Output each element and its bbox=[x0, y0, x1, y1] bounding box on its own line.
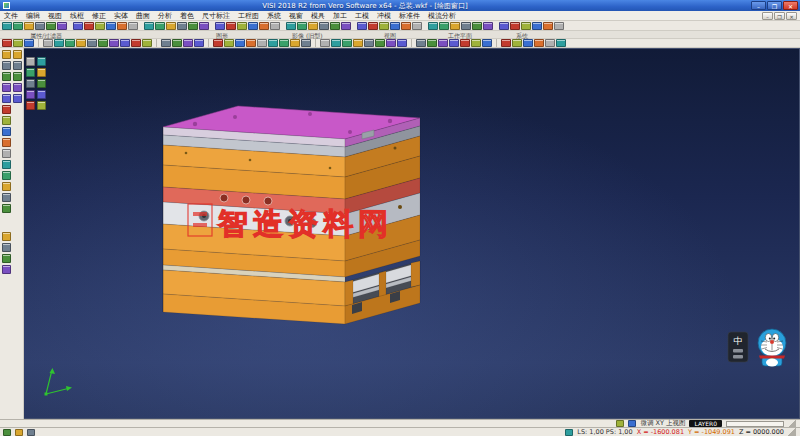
tool-icon[interactable] bbox=[556, 39, 566, 47]
tool-icon[interactable] bbox=[65, 39, 75, 47]
tool-icon[interactable] bbox=[13, 50, 22, 59]
menu-item[interactable]: 视图 bbox=[44, 11, 66, 21]
tool-icon[interactable] bbox=[87, 39, 97, 47]
tool-icon[interactable] bbox=[13, 22, 23, 30]
tool-icon[interactable] bbox=[286, 22, 296, 30]
view-plane-icon[interactable] bbox=[628, 420, 636, 427]
tool-icon[interactable] bbox=[2, 254, 11, 263]
tool-icon[interactable] bbox=[331, 39, 341, 47]
ortho-toggle-icon[interactable] bbox=[27, 429, 35, 436]
tool-icon[interactable] bbox=[427, 39, 437, 47]
tool-icon[interactable] bbox=[26, 90, 35, 99]
resize-grip[interactable] bbox=[788, 428, 796, 436]
doc-minimize-button[interactable]: – bbox=[762, 12, 773, 20]
tool-icon[interactable] bbox=[161, 39, 171, 47]
tool-icon[interactable] bbox=[2, 83, 11, 92]
tool-icon[interactable] bbox=[120, 39, 130, 47]
tool-icon[interactable] bbox=[248, 22, 258, 30]
tool-icon[interactable] bbox=[106, 22, 116, 30]
menu-item[interactable]: 视窗 bbox=[285, 11, 307, 21]
tool-icon[interactable] bbox=[397, 39, 407, 47]
tool-icon[interactable] bbox=[499, 22, 509, 30]
tool-icon[interactable] bbox=[2, 265, 11, 274]
tool-icon[interactable] bbox=[2, 204, 11, 213]
tool-icon[interactable] bbox=[26, 57, 35, 66]
tool-icon[interactable] bbox=[188, 22, 198, 30]
menu-item[interactable]: 文件 bbox=[0, 11, 22, 21]
tool-icon[interactable] bbox=[2, 105, 11, 114]
tool-icon[interactable] bbox=[2, 116, 11, 125]
tool-icon[interactable] bbox=[37, 79, 46, 88]
tool-icon[interactable] bbox=[95, 22, 105, 30]
menu-item[interactable]: 曲面 bbox=[132, 11, 154, 21]
tool-icon[interactable] bbox=[471, 39, 481, 47]
tool-icon[interactable] bbox=[183, 39, 193, 47]
tool-icon[interactable] bbox=[215, 22, 225, 30]
grid-toggle-icon[interactable] bbox=[15, 429, 23, 436]
tool-icon[interactable] bbox=[37, 57, 46, 66]
menu-item[interactable]: 工程图 bbox=[234, 11, 263, 21]
tool-icon[interactable] bbox=[2, 39, 12, 47]
tool-icon[interactable] bbox=[439, 22, 449, 30]
tool-icon[interactable] bbox=[438, 39, 448, 47]
tool-icon[interactable] bbox=[428, 22, 438, 30]
tool-icon[interactable] bbox=[246, 39, 256, 47]
tool-icon[interactable] bbox=[319, 22, 329, 30]
tool-icon[interactable] bbox=[2, 50, 11, 59]
doc-close-button[interactable]: ✕ bbox=[786, 12, 797, 20]
tool-icon[interactable] bbox=[379, 22, 389, 30]
snap-toggle-icon[interactable] bbox=[3, 429, 11, 436]
tool-icon[interactable] bbox=[364, 39, 374, 47]
tool-icon[interactable] bbox=[2, 243, 11, 252]
viewport[interactable]: 智造资料网 中 bbox=[24, 48, 800, 419]
tool-icon[interactable] bbox=[166, 22, 176, 30]
tool-icon[interactable] bbox=[270, 22, 280, 30]
tool-icon[interactable] bbox=[510, 22, 520, 30]
tool-icon[interactable] bbox=[2, 138, 11, 147]
tool-icon[interactable] bbox=[482, 39, 492, 47]
tool-icon[interactable] bbox=[259, 22, 269, 30]
tool-icon[interactable] bbox=[2, 72, 11, 81]
tool-icon[interactable] bbox=[235, 39, 245, 47]
tool-icon[interactable] bbox=[2, 94, 11, 103]
tool-icon[interactable] bbox=[342, 39, 352, 47]
menu-item[interactable]: 模具 bbox=[307, 11, 329, 21]
tool-icon[interactable] bbox=[390, 22, 400, 30]
tool-icon[interactable] bbox=[2, 193, 11, 202]
tool-icon[interactable] bbox=[26, 68, 35, 77]
tool-icon[interactable] bbox=[46, 22, 56, 30]
tool-icon[interactable] bbox=[416, 39, 426, 47]
tool-icon[interactable] bbox=[472, 22, 482, 30]
menu-item[interactable]: 分析 bbox=[154, 11, 176, 21]
tool-icon[interactable] bbox=[194, 39, 204, 47]
tool-icon[interactable] bbox=[357, 22, 367, 30]
tool-icon[interactable] bbox=[37, 90, 46, 99]
tool-icon[interactable] bbox=[257, 39, 267, 47]
tool-icon[interactable] bbox=[13, 39, 23, 47]
tool-icon[interactable] bbox=[279, 39, 289, 47]
tool-icon[interactable] bbox=[545, 39, 555, 47]
maximize-button[interactable]: ❐ bbox=[767, 1, 782, 10]
tool-icon[interactable] bbox=[450, 22, 460, 30]
menu-item[interactable]: 系统 bbox=[263, 11, 285, 21]
tool-icon[interactable] bbox=[26, 79, 35, 88]
tool-icon[interactable] bbox=[13, 94, 22, 103]
menu-item[interactable]: 实体 bbox=[110, 11, 132, 21]
tool-icon[interactable] bbox=[2, 182, 11, 191]
tool-icon[interactable] bbox=[144, 22, 154, 30]
tool-icon[interactable] bbox=[2, 22, 12, 30]
tool-icon[interactable] bbox=[2, 160, 11, 169]
tool-icon[interactable] bbox=[84, 22, 94, 30]
tool-icon[interactable] bbox=[98, 39, 108, 47]
active-layer-badge[interactable]: LAYER0 bbox=[689, 420, 722, 427]
tool-icon[interactable] bbox=[131, 39, 141, 47]
tool-icon[interactable] bbox=[35, 22, 45, 30]
tool-icon[interactable] bbox=[37, 68, 46, 77]
tool-icon[interactable] bbox=[57, 22, 67, 30]
tool-icon[interactable] bbox=[501, 39, 511, 47]
tool-icon[interactable] bbox=[128, 22, 138, 30]
tool-icon[interactable] bbox=[483, 22, 493, 30]
tool-icon[interactable] bbox=[226, 22, 236, 30]
tool-icon[interactable] bbox=[172, 39, 182, 47]
tool-icon[interactable] bbox=[155, 22, 165, 30]
